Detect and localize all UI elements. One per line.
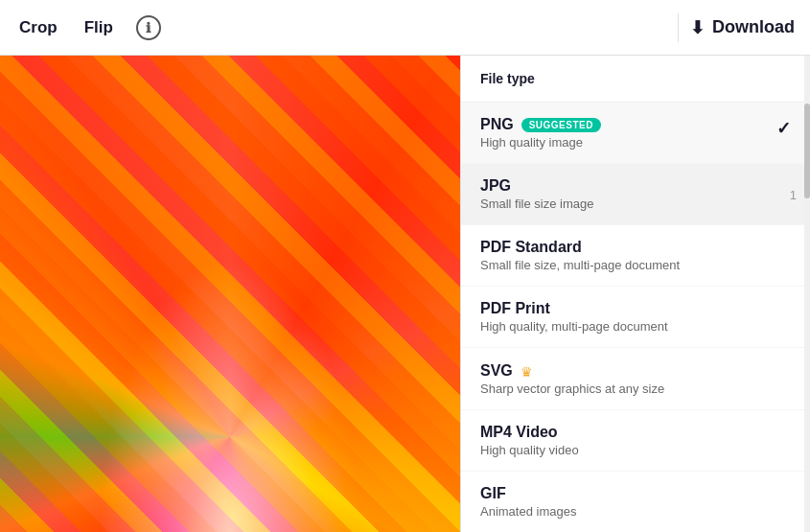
file-type-item[interactable]: GIFAnimated images xyxy=(461,472,810,532)
file-type-item-left: PNGSUGGESTEDHigh quality image xyxy=(480,116,601,150)
download-icon: ⬇ xyxy=(690,17,705,38)
file-type-item[interactable]: PNGSUGGESTEDHigh quality image✓ xyxy=(461,103,810,164)
file-type-item-left: PDF StandardSmall file size, multi-page … xyxy=(480,239,680,272)
file-type-description: Small file size image xyxy=(480,197,594,211)
right-panel: File type PNGSUGGESTEDHigh quality image… xyxy=(460,56,810,532)
file-type-item[interactable]: SVG♛Sharp vector graphics at any size xyxy=(461,348,810,410)
file-type-name: PNG xyxy=(480,116,514,133)
file-type-name: JPG xyxy=(480,177,511,195)
file-type-name: PDF Standard xyxy=(480,239,582,256)
toolbar: Crop Flip ℹ ⬇ Download xyxy=(0,0,810,56)
mosaic-image xyxy=(0,56,460,532)
file-type-description: High quality video xyxy=(480,443,579,457)
file-type-name-row: PDF Print xyxy=(480,300,668,317)
number-indicator: 1 xyxy=(790,187,797,201)
panel-section: File type xyxy=(461,56,810,103)
suggested-badge: SUGGESTED xyxy=(521,118,601,132)
flip-button[interactable]: Flip xyxy=(81,12,117,43)
canvas-area xyxy=(0,56,460,532)
info-icon[interactable]: ℹ xyxy=(136,15,161,40)
file-type-name-row: PDF Standard xyxy=(480,239,680,256)
crop-button[interactable]: Crop xyxy=(15,12,61,43)
file-type-item-left: SVG♛Sharp vector graphics at any size xyxy=(480,361,664,396)
file-type-name-row: GIF xyxy=(480,485,576,502)
download-button[interactable]: ⬇ Download xyxy=(690,17,795,38)
file-type-name-row: JPG xyxy=(480,177,594,195)
crown-icon: ♛ xyxy=(521,364,533,380)
checkmark-icon: ✓ xyxy=(776,118,791,139)
file-type-description: Small file size, multi-page document xyxy=(480,258,680,272)
file-type-description: Sharp vector graphics at any size xyxy=(480,382,664,396)
canvas-image xyxy=(0,56,460,532)
file-type-item-left: JPGSmall file size image xyxy=(480,177,594,211)
file-type-label: File type xyxy=(480,71,791,86)
download-label: Download xyxy=(712,17,795,37)
toolbar-right: ⬇ Download xyxy=(690,17,795,38)
file-type-item[interactable]: PDF StandardSmall file size, multi-page … xyxy=(461,225,810,287)
file-type-item-left: GIFAnimated images xyxy=(480,485,576,519)
file-type-item-left: MP4 VideoHigh quality video xyxy=(480,424,579,457)
file-type-description: Animated images xyxy=(480,504,576,519)
file-type-name: GIF xyxy=(480,485,506,502)
file-type-item[interactable]: MP4 VideoHigh quality video xyxy=(461,410,810,472)
file-type-item[interactable]: JPGSmall file size image1 xyxy=(461,164,810,225)
main-content: File type PNGSUGGESTEDHigh quality image… xyxy=(0,56,810,532)
file-type-description: High quality, multi-page document xyxy=(480,319,668,334)
scrollbar-thumb xyxy=(804,104,810,198)
toolbar-left: Crop Flip ℹ xyxy=(15,12,666,43)
file-type-description: High quality image xyxy=(480,135,601,150)
file-type-name-row: SVG♛ xyxy=(480,361,664,380)
file-type-name: SVG xyxy=(480,362,513,380)
file-type-name: MP4 Video xyxy=(480,424,558,441)
file-type-name-row: MP4 Video xyxy=(480,424,579,441)
file-type-item-left: PDF PrintHigh quality, multi-page docume… xyxy=(480,300,668,334)
file-type-item[interactable]: PDF PrintHigh quality, multi-page docume… xyxy=(461,287,810,348)
panel-scrollbar[interactable] xyxy=(804,56,810,532)
file-type-name-row: PNGSUGGESTED xyxy=(480,116,601,133)
file-type-name: PDF Print xyxy=(480,300,550,317)
toolbar-divider xyxy=(678,13,679,42)
file-type-list: PNGSUGGESTEDHigh quality image✓JPGSmall … xyxy=(461,103,810,532)
